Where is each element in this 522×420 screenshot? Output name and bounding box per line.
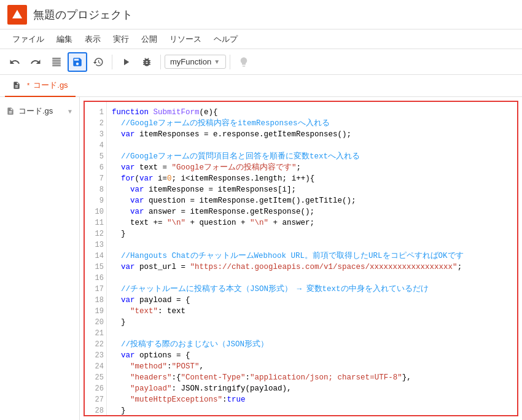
run-button[interactable] <box>116 52 136 72</box>
menu-resources[interactable]: リソース <box>165 31 206 47</box>
save-button[interactable] <box>68 52 87 72</box>
tab-bar: * コード.gs <box>0 75 522 97</box>
menu-publish[interactable]: 公開 <box>136 31 162 47</box>
menu-run[interactable]: 実行 <box>108 31 134 47</box>
history-button[interactable] <box>88 52 108 72</box>
sidebar: コード.gs ▼ <box>0 97 80 420</box>
toolbar-separator-3 <box>230 55 230 69</box>
menu-edit[interactable]: 編集 <box>52 31 77 47</box>
toolbar-separator-1 <box>112 55 112 69</box>
tab-filename: コード.gs <box>33 80 68 91</box>
menu-help[interactable]: ヘルプ <box>209 31 243 47</box>
menu-view[interactable]: 表示 <box>80 31 106 47</box>
editor-border: 1 2 3 4 5 6 7 8 9 10 11 12 13 14 15 16 1 <box>84 101 518 416</box>
redo-button[interactable] <box>26 52 45 72</box>
format-button[interactable] <box>47 52 66 72</box>
debug-button[interactable] <box>137 52 157 72</box>
menu-bar: ファイル 編集 表示 実行 公開 リソース ヘルプ <box>0 29 522 49</box>
chevron-right-icon: ▼ <box>67 108 73 115</box>
function-selector[interactable]: myFunction ▼ <box>165 55 226 69</box>
code-editor[interactable]: 1 2 3 4 5 6 7 8 9 10 11 12 13 14 15 16 1 <box>85 102 517 415</box>
main-area: コード.gs ▼ 1 2 3 4 5 6 7 8 9 10 11 12 <box>0 97 522 420</box>
editor-area: 1 2 3 4 5 6 7 8 9 10 11 12 13 14 15 16 1 <box>80 97 522 420</box>
toolbar-separator-2 <box>160 55 161 69</box>
tab-modified-indicator: * <box>27 82 29 89</box>
sidebar-item-code-gs[interactable]: コード.gs ▼ <box>0 102 79 120</box>
bulb-button[interactable] <box>234 52 254 72</box>
undo-button[interactable] <box>5 52 25 72</box>
sidebar-filename: コード.gs <box>18 106 53 117</box>
toolbar: myFunction ▼ <box>0 49 522 75</box>
svg-marker-0 <box>12 10 22 18</box>
menu-file[interactable]: ファイル <box>7 31 49 47</box>
title-bar: 無題のプロジェクト <box>0 0 522 29</box>
tab-code-gs[interactable]: * コード.gs <box>5 75 76 97</box>
function-name: myFunction <box>170 57 211 66</box>
line-numbers: 1 2 3 4 5 6 7 8 9 10 11 12 13 14 15 16 1 <box>85 102 107 415</box>
chevron-down-icon: ▼ <box>214 58 220 65</box>
code-content[interactable]: function SubmitForm(e){ //Googleフォームの投稿内… <box>107 102 517 415</box>
app-logo <box>7 5 27 25</box>
project-title: 無題のプロジェクト <box>33 7 133 22</box>
